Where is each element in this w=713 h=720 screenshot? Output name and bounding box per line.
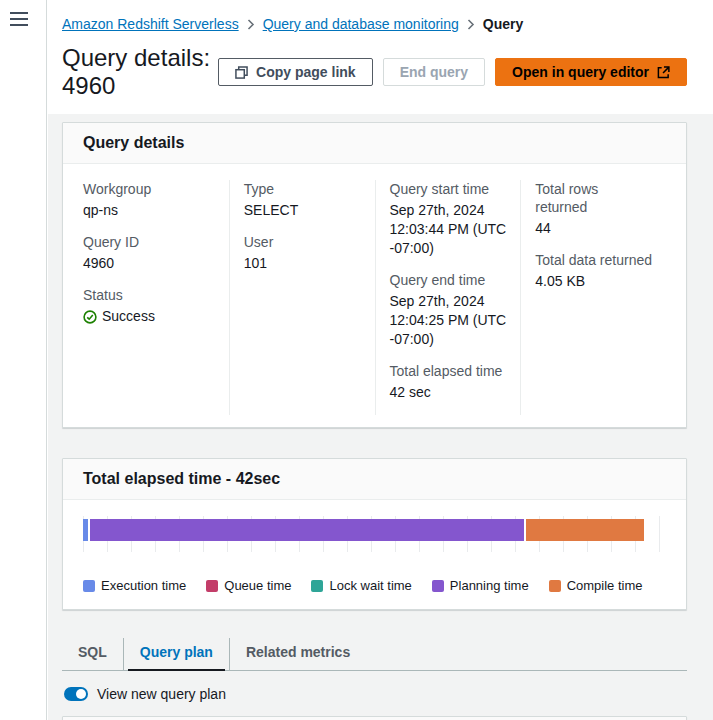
breadcrumb: Amazon Redshift Serverless Query and dat… [62, 16, 687, 32]
legend-label: Lock wait time [329, 578, 411, 593]
field-total-rows-returned: Total rows returned 44 [535, 180, 652, 238]
legend-swatch [83, 580, 95, 592]
main-area: Amazon Redshift Serverless Query and dat… [48, 0, 713, 720]
title-row: Query details: 4960 Copy page link End q… [62, 44, 687, 100]
bar-segment-execution-time [83, 519, 88, 541]
legend-item-execution-time[interactable]: Execution time [83, 578, 186, 593]
query-details-column-3: Query start time Sep 27th, 2024 12:03:44… [375, 180, 521, 415]
copy-icon [235, 66, 248, 79]
breadcrumb-link-query-monitoring[interactable]: Query and database monitoring [263, 16, 459, 32]
elapsed-time-panel: Total elapsed time - 42sec Execution tim… [62, 458, 687, 610]
legend-swatch [311, 580, 323, 592]
side-navigation-strip [0, 0, 47, 720]
field-user: User 101 [244, 233, 361, 273]
query-details-column-2: Type SELECT User 101 [229, 180, 375, 415]
query-details-column-4: Total rows returned 44 Total data return… [520, 180, 666, 415]
legend-swatch [432, 580, 444, 592]
page-title: Query details: 4960 [62, 44, 218, 100]
stacked-bar-plot [83, 516, 666, 552]
page-header: Amazon Redshift Serverless Query and dat… [48, 0, 713, 114]
chevron-right-icon [467, 19, 475, 30]
legend-swatch [206, 580, 218, 592]
field-query-end-time: Query end time Sep 27th, 2024 12:04:25 P… [390, 271, 507, 349]
query-details-title: Query details [83, 134, 184, 152]
field-total-elapsed-time: Total elapsed time 42 sec [390, 362, 507, 402]
tab-sql[interactable]: SQL [62, 638, 123, 670]
legend-item-compile-time[interactable]: Compile time [549, 578, 643, 593]
elapsed-time-panel-header: Total elapsed time - 42sec [63, 459, 686, 500]
chevron-right-icon [247, 19, 255, 30]
field-status: Status Success [83, 286, 215, 326]
field-query-start-time: Query start time Sep 27th, 2024 12:03:44… [390, 180, 507, 258]
legend-label: Planning time [450, 578, 529, 593]
query-details-column-1: Workgroup qp-ns Query ID 4960 Status [83, 180, 229, 415]
query-details-body: Workgroup qp-ns Query ID 4960 Status [63, 164, 686, 427]
end-query-button[interactable]: End query [383, 58, 485, 86]
field-query-id: Query ID 4960 [83, 233, 215, 273]
bar-segment-planning-time [90, 519, 524, 541]
chart-legend: Execution timeQueue timeLock wait timePl… [83, 578, 666, 593]
tab-query-plan[interactable]: Query plan [123, 638, 229, 670]
external-link-icon [657, 66, 670, 79]
view-new-query-plan-row: View new query plan [64, 686, 687, 702]
toggle-label: View new query plan [97, 686, 226, 702]
field-total-data-returned: Total data returned 4.05 KB [535, 251, 652, 291]
legend-label: Compile time [567, 578, 643, 593]
legend-label: Execution time [101, 578, 186, 593]
bar-segment-compile-time [526, 519, 644, 541]
legend-swatch [549, 580, 561, 592]
elapsed-bar [83, 519, 666, 541]
field-workgroup: Workgroup qp-ns [83, 180, 215, 220]
toggle-knob [76, 689, 86, 699]
success-check-icon [83, 310, 97, 324]
query-details-panel-header: Query details [63, 123, 686, 164]
status-badge: Success [83, 307, 215, 326]
copy-page-link-button[interactable]: Copy page link [218, 58, 373, 86]
legend-label: Queue time [224, 578, 291, 593]
tab-bar: SQL Query plan Related metrics [62, 638, 687, 671]
field-type: Type SELECT [244, 180, 361, 220]
legend-item-queue-time[interactable]: Queue time [206, 578, 291, 593]
view-new-query-plan-toggle[interactable] [64, 687, 88, 701]
header-actions: Copy page link End query Open in query e… [218, 58, 687, 86]
tab-related-metrics[interactable]: Related metrics [229, 638, 366, 670]
legend-item-planning-time[interactable]: Planning time [432, 578, 529, 593]
child-queries-panel: Child queries (15) Info ⚙ Child query se… [62, 716, 687, 720]
menu-icon[interactable] [10, 12, 28, 26]
legend-item-lock-wait-time[interactable]: Lock wait time [311, 578, 411, 593]
breadcrumb-link-redshift-serverless[interactable]: Amazon Redshift Serverless [62, 16, 239, 32]
open-in-query-editor-button[interactable]: Open in query editor [495, 58, 687, 86]
elapsed-time-chart: Execution timeQueue timeLock wait timePl… [63, 500, 686, 609]
breadcrumb-current: Query [483, 16, 523, 32]
page-content: Query details Workgroup qp-ns Query ID 4… [48, 114, 713, 720]
query-details-panel: Query details Workgroup qp-ns Query ID 4… [62, 122, 687, 428]
elapsed-time-title: Total elapsed time - 42sec [83, 470, 280, 488]
